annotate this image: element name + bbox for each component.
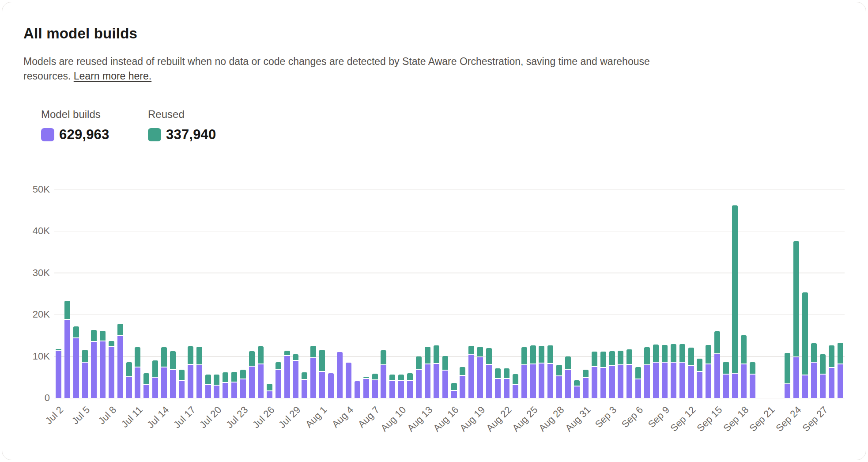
reused-segment — [109, 341, 114, 346]
bar-aug-6[interactable] — [363, 377, 369, 398]
bar-aug-11[interactable] — [407, 373, 413, 398]
bar-aug-25[interactable] — [530, 345, 536, 398]
bar-sep-19[interactable] — [750, 362, 755, 398]
bar-jul-24[interactable] — [249, 351, 255, 398]
bar-aug-14[interactable] — [434, 345, 439, 398]
bar-aug-12[interactable] — [416, 356, 422, 398]
bar-slot — [827, 189, 836, 398]
bar-jul-14[interactable] — [161, 347, 167, 398]
bar-jul-17[interactable] — [188, 346, 193, 398]
bar-sep-23[interactable] — [785, 353, 790, 398]
bar-sep-18[interactable] — [741, 335, 747, 398]
bar-aug-31[interactable] — [583, 370, 589, 398]
reused-segment — [626, 349, 632, 364]
bar-sep-4[interactable] — [618, 351, 623, 398]
bar-jul-23[interactable] — [240, 370, 246, 398]
bar-slot — [546, 189, 555, 398]
bar-sep-16[interactable] — [723, 362, 729, 398]
bar-sep-26[interactable] — [811, 343, 817, 398]
bar-sep-12[interactable] — [688, 348, 694, 398]
bar-sep-8[interactable] — [653, 345, 659, 398]
bar-jul-31[interactable] — [310, 346, 316, 398]
bar-aug-8[interactable] — [381, 350, 386, 398]
bar-jul-8[interactable] — [109, 341, 114, 398]
bar-sep-28[interactable] — [829, 345, 834, 398]
bar-sep-1[interactable] — [592, 352, 597, 398]
bar-aug-3[interactable] — [337, 352, 343, 398]
bar-aug-5[interactable] — [355, 381, 360, 398]
bar-jul-6[interactable] — [91, 330, 97, 398]
bar-slot — [72, 189, 81, 398]
model-builds-segment — [592, 367, 597, 398]
bar-jul-7[interactable] — [100, 331, 106, 398]
bar-slot — [511, 189, 520, 398]
bar-sep-11[interactable] — [679, 344, 685, 398]
bar-sep-24[interactable] — [793, 241, 799, 398]
bar-sep-25[interactable] — [802, 292, 808, 398]
bar-jul-4[interactable] — [73, 326, 79, 398]
bar-jul-15[interactable] — [170, 351, 176, 398]
model-builds-segment — [126, 377, 132, 398]
bar-sep-27[interactable] — [820, 354, 826, 398]
bar-slot — [239, 189, 248, 398]
bar-jul-2[interactable] — [56, 349, 61, 398]
bar-aug-28[interactable] — [556, 365, 562, 398]
reused-segment — [293, 354, 298, 360]
bar-aug-20[interactable] — [486, 348, 492, 398]
reused-segment — [530, 345, 536, 364]
bar-jul-16[interactable] — [179, 370, 185, 398]
bar-aug-23[interactable] — [513, 374, 518, 398]
model-builds-card: All model builds Models are reused inste… — [2, 2, 866, 460]
bar-jul-26[interactable] — [267, 384, 272, 398]
bar-aug-19[interactable] — [477, 347, 483, 398]
bar-aug-15[interactable] — [442, 356, 448, 398]
bar-jul-27[interactable] — [275, 362, 281, 398]
bar-sep-15[interactable] — [714, 331, 720, 398]
bar-sep-14[interactable] — [706, 345, 711, 398]
bar-jul-28[interactable] — [284, 351, 290, 398]
bar-aug-27[interactable] — [547, 345, 553, 398]
bar-jul-10[interactable] — [126, 362, 132, 398]
bar-sep-5[interactable] — [626, 349, 632, 398]
bar-jul-22[interactable] — [231, 372, 237, 398]
bar-jul-21[interactable] — [223, 372, 228, 398]
bar-jul-11[interactable] — [135, 347, 140, 398]
bar-sep-2[interactable] — [600, 352, 606, 398]
bar-sep-9[interactable] — [662, 345, 668, 398]
bar-jul-18[interactable] — [196, 347, 202, 398]
bar-jul-19[interactable] — [205, 375, 211, 398]
bar-aug-4[interactable] — [346, 363, 351, 398]
bar-aug-16[interactable] — [451, 383, 457, 398]
bar-aug-17[interactable] — [460, 367, 465, 398]
bar-aug-21[interactable] — [495, 368, 501, 398]
model-builds-segment — [600, 368, 606, 398]
bar-sep-6[interactable] — [635, 367, 641, 398]
bar-jul-9[interactable] — [117, 324, 123, 398]
bar-jul-3[interactable] — [64, 301, 70, 398]
bar-aug-7[interactable] — [372, 374, 378, 398]
bar-jul-13[interactable] — [152, 360, 158, 398]
bar-sep-3[interactable] — [609, 351, 615, 398]
bar-jul-20[interactable] — [214, 375, 219, 398]
bar-aug-18[interactable] — [468, 346, 474, 398]
bar-sep-13[interactable] — [697, 359, 702, 398]
bar-jul-12[interactable] — [143, 373, 149, 398]
bar-aug-10[interactable] — [398, 375, 404, 398]
bar-aug-22[interactable] — [504, 368, 509, 398]
bar-aug-1[interactable] — [319, 350, 325, 398]
bar-sep-7[interactable] — [644, 347, 650, 398]
bar-aug-24[interactable] — [521, 347, 527, 398]
bar-aug-26[interactable] — [539, 346, 544, 398]
bar-jul-30[interactable] — [302, 372, 307, 398]
bar-jul-29[interactable] — [293, 354, 298, 398]
bar-jul-5[interactable] — [82, 350, 88, 398]
bar-sep-29[interactable] — [838, 343, 843, 398]
bar-aug-30[interactable] — [574, 380, 580, 398]
bar-aug-2[interactable] — [328, 373, 334, 398]
bar-aug-9[interactable] — [389, 375, 395, 398]
bar-aug-13[interactable] — [425, 347, 430, 398]
bar-jul-25[interactable] — [258, 346, 264, 398]
bar-sep-10[interactable] — [671, 344, 676, 398]
bar-sep-17[interactable] — [732, 205, 738, 398]
bar-aug-29[interactable] — [565, 356, 571, 398]
